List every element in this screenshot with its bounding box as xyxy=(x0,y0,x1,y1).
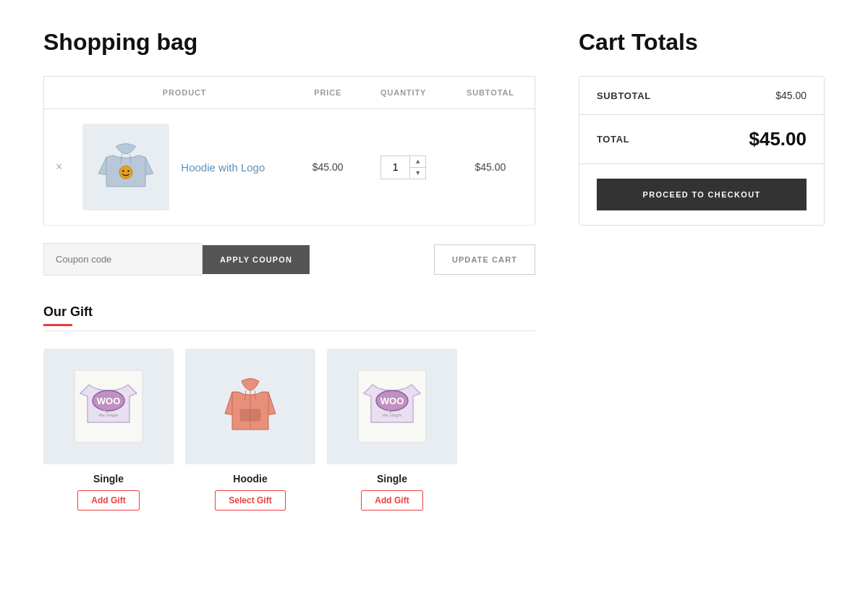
svg-point-0 xyxy=(119,166,132,179)
col-remove xyxy=(44,77,75,109)
add-gift-button-1[interactable]: Add Gift xyxy=(77,490,139,511)
gift-item-2: Hoodie Select Gift xyxy=(185,349,315,519)
total-row: TOTAL $45.00 xyxy=(579,115,824,164)
quantity-input[interactable] xyxy=(381,156,410,179)
quantity-up-button[interactable]: ▲ xyxy=(410,156,425,168)
cart-totals-box: SUBTOTAL $45.00 TOTAL $45.00 PROCEED TO … xyxy=(579,76,825,226)
col-price: PRICE xyxy=(295,77,361,109)
our-gift-title: Our Gift xyxy=(43,304,535,320)
gift-item-1-name: Single xyxy=(52,473,165,485)
update-cart-button[interactable]: UPDATE CART xyxy=(434,244,535,275)
subtotal-value: $45.00 xyxy=(775,90,807,101)
total-value: $45.00 xyxy=(749,128,807,150)
subtotal-row: SUBTOTAL $45.00 xyxy=(579,77,824,115)
cart-totals-column: Cart Totals SUBTOTAL $45.00 TOTAL $45.00… xyxy=(579,29,825,226)
svg-text:the single: the single xyxy=(98,412,118,418)
cart-totals-title: Cart Totals xyxy=(579,29,825,56)
gift-item-1-image: WOO the single xyxy=(43,349,174,464)
gift-item-3: WOO the single Single Add Gift xyxy=(327,349,457,519)
svg-text:WOO: WOO xyxy=(97,396,121,406)
quantity-down-button[interactable]: ▼ xyxy=(410,168,425,179)
page-title: Shopping bag xyxy=(43,29,535,56)
coupon-row: APPLY COUPON UPDATE CART xyxy=(43,243,535,276)
our-gift-section: Our Gift xyxy=(43,304,535,519)
gift-item-1: WOO the single Single Add Gift xyxy=(43,349,174,519)
gift-divider xyxy=(43,330,535,331)
gift-items: WOO the single Single Add Gift xyxy=(43,349,535,519)
product-name-link[interactable]: Hoodie with Logo xyxy=(181,161,265,174)
svg-point-1 xyxy=(122,170,124,172)
our-gift-underline xyxy=(43,324,72,326)
gift-item-2-image xyxy=(185,349,315,464)
apply-coupon-button[interactable]: APPLY COUPON xyxy=(203,245,310,274)
gift-item-3-name: Single xyxy=(336,473,448,485)
select-gift-button-2[interactable]: Select Gift xyxy=(215,490,285,511)
quantity-cell: ▲ ▼ xyxy=(370,155,438,179)
subtotal-label: SUBTOTAL xyxy=(597,90,651,101)
col-product: PRODUCT xyxy=(74,77,295,109)
product-image xyxy=(82,124,169,210)
cart-row: × xyxy=(44,109,535,226)
coupon-input[interactable] xyxy=(43,243,203,276)
cart-table: PRODUCT PRICE QUANTITY SUBTOTAL xyxy=(43,76,535,226)
col-quantity: QUANTITY xyxy=(361,77,446,109)
svg-text:WOO: WOO xyxy=(380,396,404,406)
add-gift-button-3[interactable]: Add Gift xyxy=(361,490,422,511)
svg-text:the single: the single xyxy=(382,412,401,418)
product-price: $45.00 xyxy=(295,109,361,226)
gift-item-3-image: WOO the single xyxy=(327,349,457,464)
product-subtotal: $45.00 xyxy=(446,109,535,226)
col-subtotal: SUBTOTAL xyxy=(446,77,535,109)
remove-item-button[interactable]: × xyxy=(53,158,65,176)
gift-item-2-name: Hoodie xyxy=(194,473,307,485)
proceed-to-checkout-button[interactable]: PROCEED TO CHECKOUT xyxy=(597,179,807,210)
svg-point-2 xyxy=(128,170,130,172)
total-label: TOTAL xyxy=(597,134,629,145)
